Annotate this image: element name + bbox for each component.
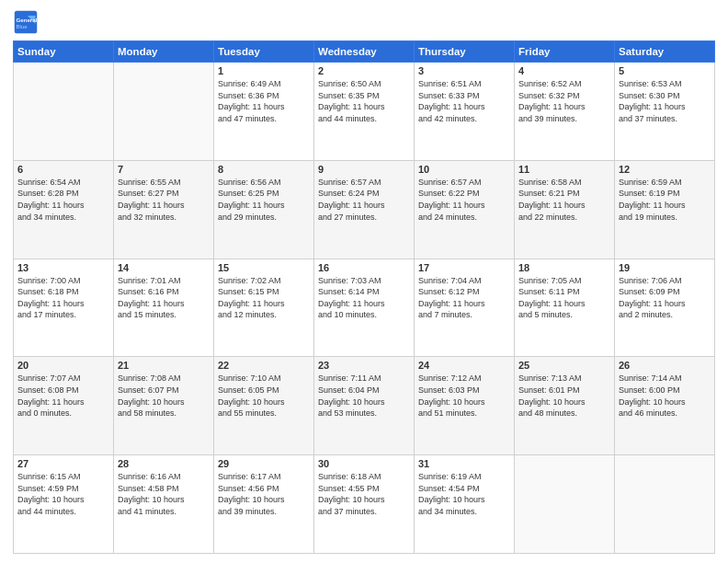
calendar-body: 1Sunrise: 6:49 AM Sunset: 6:36 PM Daylig… (14, 63, 715, 554)
calendar-week-1: 1Sunrise: 6:49 AM Sunset: 6:36 PM Daylig… (14, 63, 715, 161)
day-info: Sunrise: 6:55 AM Sunset: 6:27 PM Dayligh… (118, 177, 210, 223)
weekday-header-friday: Friday (515, 41, 615, 63)
calendar-week-3: 13Sunrise: 7:00 AM Sunset: 6:18 PM Dayli… (14, 259, 715, 357)
day-info: Sunrise: 7:02 AM Sunset: 6:15 PM Dayligh… (218, 275, 310, 321)
day-info: Sunrise: 6:59 AM Sunset: 6:19 PM Dayligh… (619, 177, 711, 223)
weekday-header-tuesday: Tuesday (214, 41, 314, 63)
day-info: Sunrise: 7:11 AM Sunset: 6:04 PM Dayligh… (318, 373, 410, 419)
day-info: Sunrise: 7:06 AM Sunset: 6:09 PM Dayligh… (619, 275, 711, 321)
day-info: Sunrise: 7:01 AM Sunset: 6:16 PM Dayligh… (118, 275, 210, 321)
day-info: Sunrise: 6:58 AM Sunset: 6:21 PM Dayligh… (518, 177, 610, 223)
day-number: 25 (518, 360, 610, 371)
day-info: Sunrise: 7:03 AM Sunset: 6:14 PM Dayligh… (318, 275, 410, 321)
day-number: 13 (17, 262, 109, 273)
svg-text:General: General (17, 17, 38, 23)
calendar-cell: 31Sunrise: 6:19 AM Sunset: 4:54 PM Dayli… (415, 455, 515, 554)
day-info: Sunrise: 6:16 AM Sunset: 4:58 PM Dayligh… (118, 471, 210, 517)
calendar-week-2: 6Sunrise: 6:54 AM Sunset: 6:28 PM Daylig… (14, 160, 715, 259)
calendar-cell: 18Sunrise: 7:05 AM Sunset: 6:11 PM Dayli… (515, 259, 615, 357)
page: General Blue SundayMondayTuesdayWednesda… (0, 0, 728, 563)
calendar-cell: 20Sunrise: 7:07 AM Sunset: 6:08 PM Dayli… (14, 357, 114, 455)
day-number: 5 (619, 65, 711, 76)
day-info: Sunrise: 6:51 AM Sunset: 6:33 PM Dayligh… (418, 78, 510, 124)
header: General Blue (13, 9, 715, 35)
day-number: 31 (418, 458, 510, 469)
calendar-cell: 27Sunrise: 6:15 AM Sunset: 4:59 PM Dayli… (14, 455, 114, 554)
calendar-cell: 15Sunrise: 7:02 AM Sunset: 6:15 PM Dayli… (214, 259, 314, 357)
calendar-cell: 5Sunrise: 6:53 AM Sunset: 6:30 PM Daylig… (615, 63, 715, 161)
calendar-cell: 16Sunrise: 7:03 AM Sunset: 6:14 PM Dayli… (314, 259, 415, 357)
calendar-cell: 2Sunrise: 6:50 AM Sunset: 6:35 PM Daylig… (314, 63, 415, 161)
calendar-cell (615, 455, 715, 554)
day-info: Sunrise: 6:50 AM Sunset: 6:35 PM Dayligh… (318, 78, 410, 124)
day-number: 8 (218, 164, 310, 175)
calendar-cell: 19Sunrise: 7:06 AM Sunset: 6:09 PM Dayli… (615, 259, 715, 357)
day-info: Sunrise: 7:12 AM Sunset: 6:03 PM Dayligh… (418, 373, 510, 419)
day-number: 19 (619, 262, 711, 273)
logo: General Blue (13, 9, 39, 35)
weekday-row: SundayMondayTuesdayWednesdayThursdayFrid… (14, 41, 715, 63)
calendar-cell: 28Sunrise: 6:16 AM Sunset: 4:58 PM Dayli… (114, 455, 214, 554)
day-number: 6 (17, 164, 109, 175)
day-number: 20 (17, 360, 109, 371)
calendar-cell: 29Sunrise: 6:17 AM Sunset: 4:56 PM Dayli… (214, 455, 314, 554)
day-number: 16 (318, 262, 410, 273)
calendar-cell (14, 63, 114, 161)
calendar-cell: 24Sunrise: 7:12 AM Sunset: 6:03 PM Dayli… (415, 357, 515, 455)
day-number: 12 (619, 164, 711, 175)
calendar-header: SundayMondayTuesdayWednesdayThursdayFrid… (14, 41, 715, 63)
day-info: Sunrise: 6:15 AM Sunset: 4:59 PM Dayligh… (17, 471, 109, 517)
weekday-header-sunday: Sunday (14, 41, 114, 63)
day-number: 2 (318, 65, 410, 76)
day-info: Sunrise: 6:52 AM Sunset: 6:32 PM Dayligh… (518, 78, 610, 124)
day-number: 27 (17, 458, 109, 469)
calendar-cell: 8Sunrise: 6:56 AM Sunset: 6:25 PM Daylig… (214, 160, 314, 259)
calendar-cell: 12Sunrise: 6:59 AM Sunset: 6:19 PM Dayli… (615, 160, 715, 259)
logo-icon: General Blue (13, 9, 39, 35)
day-info: Sunrise: 7:10 AM Sunset: 6:05 PM Dayligh… (218, 373, 310, 419)
calendar-cell: 3Sunrise: 6:51 AM Sunset: 6:33 PM Daylig… (415, 63, 515, 161)
day-number: 9 (318, 164, 410, 175)
day-info: Sunrise: 7:13 AM Sunset: 6:01 PM Dayligh… (518, 373, 610, 419)
day-info: Sunrise: 7:05 AM Sunset: 6:11 PM Dayligh… (518, 275, 610, 321)
calendar-cell: 30Sunrise: 6:18 AM Sunset: 4:55 PM Dayli… (314, 455, 415, 554)
day-number: 10 (418, 164, 510, 175)
calendar-cell: 25Sunrise: 7:13 AM Sunset: 6:01 PM Dayli… (515, 357, 615, 455)
day-number: 26 (619, 360, 711, 371)
day-info: Sunrise: 7:07 AM Sunset: 6:08 PM Dayligh… (17, 373, 109, 419)
day-info: Sunrise: 7:14 AM Sunset: 6:00 PM Dayligh… (619, 373, 711, 419)
calendar-cell: 22Sunrise: 7:10 AM Sunset: 6:05 PM Dayli… (214, 357, 314, 455)
day-number: 17 (418, 262, 510, 273)
day-info: Sunrise: 7:00 AM Sunset: 6:18 PM Dayligh… (17, 275, 109, 321)
weekday-header-monday: Monday (114, 41, 214, 63)
calendar-cell (515, 455, 615, 554)
day-info: Sunrise: 7:08 AM Sunset: 6:07 PM Dayligh… (118, 373, 210, 419)
calendar-cell: 9Sunrise: 6:57 AM Sunset: 6:24 PM Daylig… (314, 160, 415, 259)
calendar-cell: 7Sunrise: 6:55 AM Sunset: 6:27 PM Daylig… (114, 160, 214, 259)
calendar-cell: 4Sunrise: 6:52 AM Sunset: 6:32 PM Daylig… (515, 63, 615, 161)
calendar-table: SundayMondayTuesdayWednesdayThursdayFrid… (13, 40, 715, 554)
calendar-cell: 21Sunrise: 7:08 AM Sunset: 6:07 PM Dayli… (114, 357, 214, 455)
day-info: Sunrise: 6:54 AM Sunset: 6:28 PM Dayligh… (17, 177, 109, 223)
day-number: 24 (418, 360, 510, 371)
weekday-header-thursday: Thursday (415, 41, 515, 63)
day-number: 30 (318, 458, 410, 469)
weekday-header-saturday: Saturday (615, 41, 715, 63)
day-info: Sunrise: 6:19 AM Sunset: 4:54 PM Dayligh… (418, 471, 510, 517)
day-number: 11 (518, 164, 610, 175)
day-info: Sunrise: 6:49 AM Sunset: 6:36 PM Dayligh… (218, 78, 310, 124)
day-number: 15 (218, 262, 310, 273)
day-number: 7 (118, 164, 210, 175)
day-number: 21 (118, 360, 210, 371)
calendar-cell: 6Sunrise: 6:54 AM Sunset: 6:28 PM Daylig… (14, 160, 114, 259)
day-number: 22 (218, 360, 310, 371)
calendar-cell: 1Sunrise: 6:49 AM Sunset: 6:36 PM Daylig… (214, 63, 314, 161)
calendar-cell: 14Sunrise: 7:01 AM Sunset: 6:16 PM Dayli… (114, 259, 214, 357)
calendar-cell (114, 63, 214, 161)
calendar-week-4: 20Sunrise: 7:07 AM Sunset: 6:08 PM Dayli… (14, 357, 715, 455)
calendar-cell: 17Sunrise: 7:04 AM Sunset: 6:12 PM Dayli… (415, 259, 515, 357)
calendar-cell: 23Sunrise: 7:11 AM Sunset: 6:04 PM Dayli… (314, 357, 415, 455)
day-info: Sunrise: 6:18 AM Sunset: 4:55 PM Dayligh… (318, 471, 410, 517)
calendar-cell: 13Sunrise: 7:00 AM Sunset: 6:18 PM Dayli… (14, 259, 114, 357)
day-info: Sunrise: 6:53 AM Sunset: 6:30 PM Dayligh… (619, 78, 711, 124)
